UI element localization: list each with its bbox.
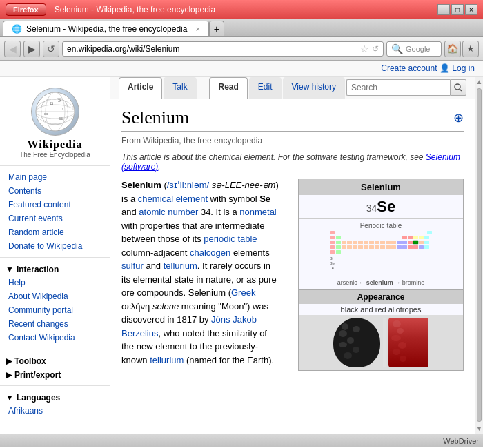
article-text: Selenium (/sɪˈliːniəm/ sə-LEE-nee-əm) is… [121,179,282,371]
svg-rect-31 [386,241,391,244]
svg-rect-56 [424,245,429,249]
svg-text:S: S [330,256,333,261]
sidebar-item-help[interactable]: Help [0,276,110,289]
refresh-button[interactable]: ↺ [43,41,59,57]
tab-read[interactable]: Read [209,77,247,99]
account-icon: 👤 [440,63,452,73]
sidebar-item-community[interactable]: Community portal [0,303,110,317]
svg-rect-24 [347,241,352,244]
chevron-right-icon-2: ▶ [6,370,12,380]
tab-edit[interactable]: Edit [249,77,282,99]
toolbox-label: Toolbox [14,356,46,366]
tellurium-link2[interactable]: tellurium [150,355,184,365]
create-account-link[interactable]: Create account [381,63,437,73]
svg-rect-55 [419,245,424,249]
greek-link[interactable]: Greek [231,287,255,298]
svg-rect-51 [397,245,402,249]
content-area: Article Talk Read Edit View history Sele… [110,77,475,434]
svg-rect-22 [336,241,341,244]
svg-rect-54 [413,245,418,249]
svg-rect-19 [419,236,424,239]
berzelius-link[interactable]: Jöns Jakob Berzelius [121,314,257,338]
wiki-globe-icon: Ω Э 中 Ш ξ [31,88,79,136]
sidebar-item-current-events[interactable]: Current events [0,212,110,225]
printexport-label: Print/export [14,370,61,380]
chemical-element-link[interactable]: chemical element [138,194,208,204]
search-input[interactable] [346,79,450,96]
tab-close-icon[interactable]: × [195,25,199,33]
close-button[interactable]: × [465,4,477,15]
svg-text:Te: Te [330,266,334,270]
svg-rect-30 [380,241,385,244]
sidebar-divider-4 [0,385,110,386]
sidebar-item-donate[interactable]: Donate to Wikipedia [0,239,110,253]
svg-text:中: 中 [44,112,48,116]
svg-rect-14 [330,236,335,239]
svg-rect-20 [424,236,429,239]
svg-rect-46 [369,245,374,249]
symbol-text: Se [259,194,270,204]
scroll-up-button[interactable]: ▲ [475,77,483,87]
periodic-table-mini: Periodic table [299,219,463,289]
log-in-link[interactable]: Log in [452,63,475,73]
sidebar-item-about[interactable]: About Wikipedia [0,289,110,303]
new-tab-button[interactable]: + [209,21,224,36]
search-engine-label: Google [406,45,430,53]
minimize-button[interactable]: − [437,4,450,15]
article-title: Selenium ⊕ [121,108,464,132]
refresh-icon: ↺ [372,44,379,54]
svg-rect-48 [380,245,385,249]
add-icon[interactable]: ⊕ [453,110,464,125]
sidebar-item-contents[interactable]: Contents [0,184,110,198]
scroll-down-button[interactable]: ▼ [475,423,483,434]
sidebar-section-interaction[interactable]: ▼ Interaction [0,262,110,276]
pronunciation-link[interactable]: /sɪˈliːniəm/ [167,180,209,190]
statusbar: WebDriver [0,434,483,447]
url-bar[interactable]: en.wikipedia.org/wiki/Selenium ☆ ↺ [62,41,384,57]
window-title: Selenium - Wikipedia, the free encyclope… [55,5,215,14]
sidebar-section-languages[interactable]: ▼ Languages [0,390,110,404]
greek-word: selene [152,301,179,312]
periodic-table-link[interactable]: periodic table [204,234,257,244]
sidebar-section-toolbox[interactable]: ▶ Toolbox [0,354,110,367]
nav-icons: 🏠 ★ [444,41,479,57]
chalcogen-link[interactable]: chalcogen [190,247,230,258]
firefox-button[interactable]: Firefox [6,3,46,16]
bookmarks-button[interactable]: ★ [462,41,479,57]
back-button[interactable]: ◀ [4,41,21,57]
sulfur-link[interactable]: sulfur [121,261,144,271]
home-button[interactable]: 🏠 [444,41,461,57]
sidebar-item-afrikaans[interactable]: Afrikaans [0,404,110,418]
window-controls: − □ × [437,4,477,15]
scroll-thumb[interactable] [477,88,482,422]
forward-button[interactable]: ▶ [23,41,40,57]
pronunciation-text: sə-LEE-nee-əm [212,180,276,190]
software-link[interactable]: Selenium (software) [121,152,460,172]
tellurium-link[interactable]: tellurium [164,261,197,271]
sidebar-item-mainpage[interactable]: Main page [0,170,110,184]
nonmetal-link[interactable]: nonmetal [239,207,276,217]
svg-rect-38 [424,241,429,244]
sidebar-item-contact[interactable]: Contact Wikipedia [0,331,110,345]
search-button[interactable] [450,79,466,96]
svg-rect-16 [402,236,407,239]
wiki-name: Wikipedia [0,139,110,151]
svg-rect-42 [347,245,352,249]
svg-rect-18 [413,236,418,239]
svg-rect-27 [364,241,368,244]
statusbar-right: WebDriver [443,437,479,445]
atomic-number-link[interactable]: atomic number [139,207,198,217]
scrollbar-vertical[interactable]: ▲ ▼ [475,77,483,434]
browser-search-box[interactable]: 🔍 Google [386,41,442,57]
sidebar-item-featured[interactable]: Featured content [0,198,110,212]
tab-history[interactable]: View history [283,77,345,99]
sidebar-section-printexport[interactable]: ▶ Print/export [0,367,110,381]
svg-rect-26 [358,241,363,244]
tab-article[interactable]: Article [119,77,162,99]
bookmark-star-icon[interactable]: ☆ [360,43,369,54]
sidebar-item-recent-changes[interactable]: Recent changes [0,317,110,331]
sidebar-item-random[interactable]: Random article [0,225,110,239]
maximize-button[interactable]: □ [451,4,464,15]
tab-talk[interactable]: Talk [164,77,196,99]
browser-tab[interactable]: 🌐 Selenium - Wikipedia, the free encyclo… [3,21,209,36]
